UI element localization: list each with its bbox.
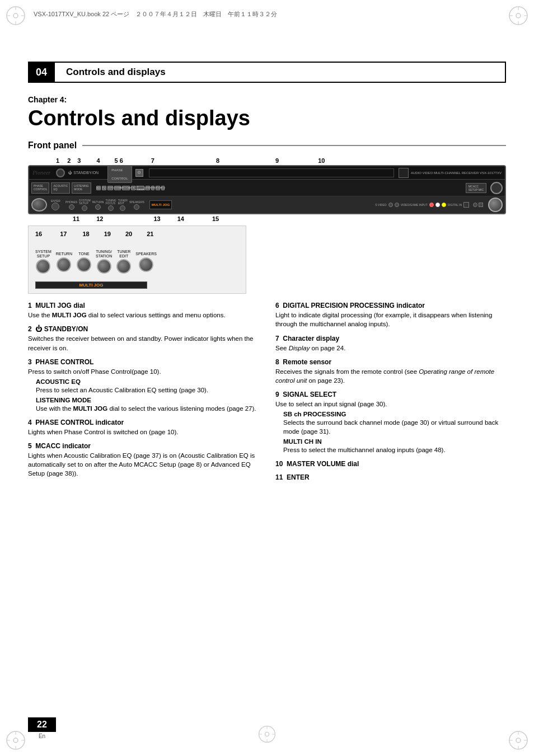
pioneer-logo: Pioneer [32, 170, 50, 176]
knob-num-17: 17 [60, 231, 67, 237]
chapter-title-tab: Controls and displays [55, 62, 506, 83]
desc-header-3: 3 PHASE CONTROL [28, 358, 259, 366]
desc-text-1: Use the MULTI JOG dial to select various… [28, 311, 259, 320]
page-title: Controls and displays [28, 106, 506, 130]
svg-point-13 [13, 738, 18, 743]
desc-item-7: 7 Character display See Display on page … [275, 335, 506, 353]
desc-header-8: 8 Remote sensor [275, 358, 506, 366]
knob-num-19: 19 [104, 231, 111, 237]
receiver-diagram: Pioneer ⏻ STANDBY/ON PHASECONTROL ⚙ AUDI… [28, 165, 506, 214]
desc-subtext-3a: Press to select an Acoustic Calibration … [28, 386, 259, 395]
knob-tone: TONE [77, 252, 91, 272]
desc-header-4: 4 PHASE CONTROL indicator [28, 419, 259, 426]
description-section: 1 MULTI JOG dial Use the MULTI JOG dial … [28, 302, 506, 487]
desc-subtext-3b: Use with the MULTI JOG dial to select th… [28, 404, 259, 413]
knob-tuning-station: TUNING/STATION [96, 250, 112, 274]
corner-decoration-tr [507, 4, 530, 27]
knob-system-setup: SYSTEMSETUP [35, 250, 51, 274]
num-label-10: 10 [318, 157, 325, 164]
desc-item-10: 10 MASTER VOLUME dial [275, 460, 506, 468]
knob-tuner-edit: TUNEREDIT [116, 250, 131, 274]
num-label-4: 4 [96, 157, 100, 164]
desc-header-9: 9 SIGNAL SELECT [275, 391, 506, 398]
svg-point-7 [516, 13, 521, 18]
desc-header-10: 10 MASTER VOLUME dial [275, 460, 506, 468]
corner-decoration-br [507, 729, 530, 752]
desc-text-3: Press to switch on/off Phase Control(pag… [28, 367, 259, 376]
svg-point-25 [265, 732, 269, 736]
desc-item-4: 4 PHASE CONTROL indicator Lights when Ph… [28, 419, 259, 436]
desc-header-1: 1 MULTI JOG dial [28, 302, 259, 309]
knob-num-20: 20 [125, 231, 132, 237]
desc-text-8: Receives the signals from the remote con… [275, 367, 506, 385]
desc-subheader-3b: LISTENING MODE [28, 397, 259, 403]
knob-num-16: 16 [35, 231, 42, 237]
desc-text-2: Switches the receiver between on and sta… [28, 334, 259, 352]
receiver-row2: PHASECONTROL ACOUSTICEQ LISTENINGMODE BD… [29, 180, 505, 196]
num-label-56: 5 6 [115, 157, 123, 164]
panel-container: 1 2 3 4 5 6 7 8 9 10 Pioneer ⏻ STANDBY/O… [28, 157, 506, 294]
desc-item-6: 6 DIGITAL PRECISION PROCESSING indicator… [275, 302, 506, 328]
chapter-number: 04 [28, 62, 55, 83]
desc-col-right: 6 DIGITAL PRECISION PROCESSING indicator… [275, 302, 506, 487]
num-label-11: 11 [73, 215, 79, 222]
num-label-1: 1 [56, 157, 59, 164]
num-label-14: 14 [177, 215, 184, 222]
desc-subtext-9b: Press to select the multichannel analog … [275, 445, 506, 454]
knob-return: RETURN [56, 252, 72, 272]
desc-item-9: 9 SIGNAL SELECT Use to select an input s… [275, 391, 506, 454]
section-line [82, 145, 506, 146]
num-label-7: 7 [151, 157, 154, 164]
bottom-compass [257, 724, 277, 746]
num-label-13: 13 [154, 215, 161, 222]
desc-subheader-9b: MULTI CH IN [275, 438, 506, 445]
desc-subheader-3a: ACOUSTIC EQ [28, 378, 259, 385]
corner-decoration-tl [4, 4, 27, 27]
desc-item-1: 1 MULTI JOG dial Use the MULTI JOG dial … [28, 302, 259, 320]
desc-header-7: 7 Character display [275, 335, 506, 342]
desc-item-2: 2 ⏻ STANDBY/ON Switches the receiver bet… [28, 325, 259, 352]
main-content: Chapter 4: Controls and displays Front p… [28, 95, 506, 487]
svg-point-1 [13, 13, 18, 18]
desc-header-11: 11 ENTER [275, 473, 506, 481]
num-label-3: 3 [77, 157, 81, 164]
knob-num-18: 18 [83, 231, 90, 237]
receiver-row3: ENTER PHONES SYSTEMSETUP RETURN [29, 196, 505, 213]
num-label-15: 15 [212, 215, 219, 222]
desc-header-2: 2 ⏻ STANDBY/ON [28, 325, 259, 333]
receiver-row1: Pioneer ⏻ STANDBY/ON PHASECONTROL ⚙ AUDI… [29, 166, 505, 180]
desc-text-9: Use to select an input signal (page 30). [275, 400, 506, 408]
desc-header-6: 6 DIGITAL PRECISION PROCESSING indicator [275, 302, 506, 309]
header-meta: VSX-1017TXV_KU.book 22 ページ ２００７年４月１２日 木曜… [34, 6, 500, 22]
section-title: Front panel [28, 140, 77, 151]
chapter-label: Chapter 4: [28, 95, 506, 104]
section-divider: Front panel [28, 140, 506, 151]
num-label-9: 9 [275, 157, 279, 164]
page-sub-label: En [28, 733, 56, 739]
num-label-8: 8 [216, 157, 219, 164]
desc-subheader-9a: SB ch PROCESSING [275, 411, 506, 417]
desc-item-5: 5 MCACC indicator Lights when Acoustic C… [28, 442, 259, 478]
knob-speakers: SPEAKERS [135, 252, 157, 272]
desc-item-11: 11 ENTER [275, 473, 506, 481]
desc-subtext-9a: Selects the surround back channel mode (… [275, 418, 506, 436]
desc-text-4: Lights when Phase Control is switched on… [28, 428, 259, 436]
corner-decoration-bl [4, 729, 27, 752]
desc-text-7: See Display on page 24. [275, 344, 506, 353]
page-number: 22 [28, 717, 56, 732]
page-number-block: 22 En [28, 717, 56, 739]
num-label-12: 12 [96, 215, 103, 222]
multi-jog-label: MULTI JOG [79, 283, 104, 288]
svg-point-19 [516, 738, 521, 743]
chapter-tab: 04 Controls and displays [28, 62, 506, 83]
knob-num-21: 21 [147, 231, 153, 237]
desc-text-6: Light to indicate digital processing (fo… [275, 311, 506, 328]
num-label-2: 2 [67, 157, 71, 164]
desc-col-left: 1 MULTI JOG dial Use the MULTI JOG dial … [28, 302, 259, 487]
desc-text-5: Lights when Acoustic Calibration EQ (pag… [28, 451, 259, 478]
desc-header-5: 5 MCACC indicator [28, 442, 259, 450]
desc-item-8: 8 Remote sensor Receives the signals fro… [275, 358, 506, 385]
desc-item-3: 3 PHASE CONTROL Press to switch on/off P… [28, 358, 259, 413]
